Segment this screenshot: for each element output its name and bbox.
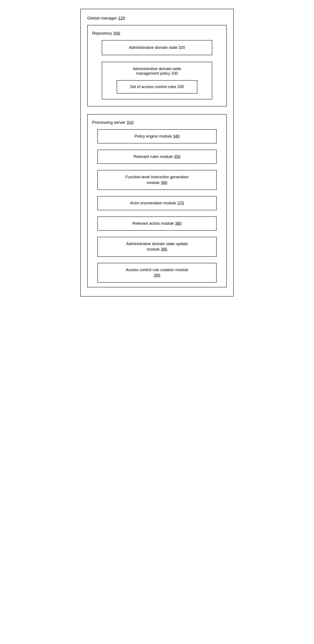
- processing-server-box: Processing server 310 Policy engine modu…: [87, 114, 227, 288]
- module-function-level: Function-level instruction generationmod…: [97, 170, 217, 190]
- processing-server-label: Processing server 310: [92, 120, 222, 125]
- module-relevant-rules: Relevant rules module 350: [97, 150, 217, 164]
- module-access-control-creation: Access control rule creation module390: [97, 263, 217, 282]
- module-admin-domain-update: Administrative domain state updatemodule…: [97, 237, 217, 256]
- repository-label: Repository 300: [92, 31, 222, 36]
- admin-domain-wide-box: Administrative domain-widemanagement pol…: [102, 62, 212, 100]
- module-policy-engine: Policy engine module 340: [97, 129, 217, 144]
- page-container: Global manager 120 Repository 300 Admini…: [80, 9, 234, 296]
- repository-section: Repository 300 Administrative domain sta…: [87, 25, 227, 106]
- module-actor-enumeration: Actor enumeration module 370: [97, 196, 217, 210]
- module-relevant-actors: Relevant actors module 380: [97, 216, 217, 231]
- processing-server-section: Processing server 310 Policy engine modu…: [87, 114, 227, 288]
- repository-box: Repository 300 Administrative domain sta…: [87, 25, 227, 106]
- global-manager-label: Global manager 120: [87, 16, 227, 20]
- admin-domain-state-box: Administrative domain state 320: [102, 40, 212, 55]
- global-manager-box: Global manager 120 Repository 300 Admini…: [80, 9, 234, 296]
- access-control-rules-box: Set of access control rules 335: [117, 80, 197, 94]
